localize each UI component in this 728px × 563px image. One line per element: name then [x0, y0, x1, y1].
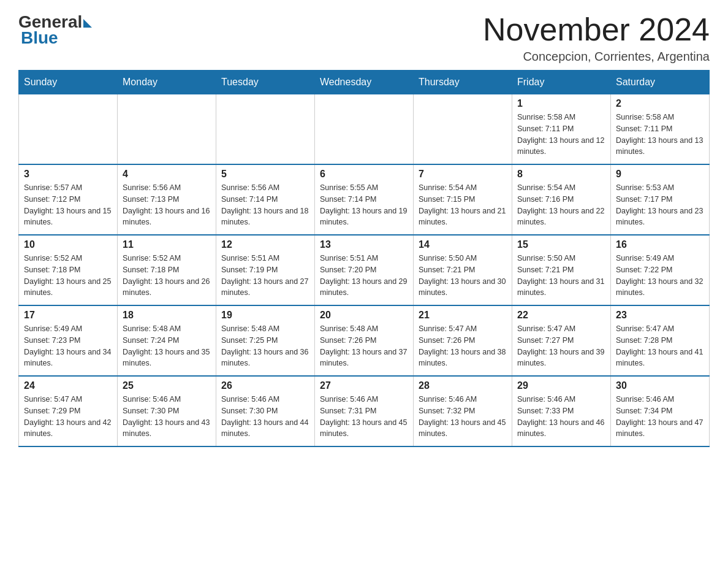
day-number: 3	[24, 169, 112, 180]
page-title: November 2024	[483, 12, 710, 47]
day-number: 17	[24, 310, 112, 321]
calendar-cell: 24Sunrise: 5:47 AMSunset: 7:29 PMDayligh…	[19, 376, 118, 446]
day-number: 29	[517, 380, 605, 391]
day-number: 9	[616, 169, 704, 180]
day-info: Sunrise: 5:56 AMSunset: 7:14 PMDaylight:…	[221, 182, 309, 228]
day-info: Sunrise: 5:49 AMSunset: 7:22 PMDaylight:…	[616, 253, 704, 299]
logo-arrow-icon	[83, 19, 92, 28]
day-number: 30	[616, 380, 704, 391]
day-number: 28	[419, 380, 507, 391]
day-info: Sunrise: 5:58 AMSunset: 7:11 PMDaylight:…	[517, 112, 605, 158]
day-number: 12	[221, 239, 309, 250]
day-number: 25	[123, 380, 211, 391]
calendar-cell: 27Sunrise: 5:46 AMSunset: 7:31 PMDayligh…	[315, 376, 414, 446]
weekday-header-monday: Monday	[118, 71, 216, 94]
day-number: 22	[517, 310, 605, 321]
day-info: Sunrise: 5:46 AMSunset: 7:30 PMDaylight:…	[221, 394, 309, 440]
calendar-cell	[216, 94, 315, 165]
day-info: Sunrise: 5:47 AMSunset: 7:28 PMDaylight:…	[616, 323, 704, 369]
calendar-body: 1Sunrise: 5:58 AMSunset: 7:11 PMDaylight…	[19, 94, 710, 447]
day-number: 6	[320, 169, 408, 180]
calendar-cell: 9Sunrise: 5:53 AMSunset: 7:17 PMDaylight…	[611, 164, 710, 235]
day-info: Sunrise: 5:51 AMSunset: 7:19 PMDaylight:…	[221, 253, 309, 299]
week-row-1: 1Sunrise: 5:58 AMSunset: 7:11 PMDaylight…	[19, 94, 710, 165]
week-row-4: 17Sunrise: 5:49 AMSunset: 7:23 PMDayligh…	[19, 305, 710, 376]
day-info: Sunrise: 5:47 AMSunset: 7:26 PMDaylight:…	[419, 323, 507, 369]
calendar-cell: 25Sunrise: 5:46 AMSunset: 7:30 PMDayligh…	[118, 376, 216, 446]
calendar-cell: 6Sunrise: 5:55 AMSunset: 7:14 PMDaylight…	[315, 164, 414, 235]
day-info: Sunrise: 5:50 AMSunset: 7:21 PMDaylight:…	[419, 253, 507, 299]
day-info: Sunrise: 5:55 AMSunset: 7:14 PMDaylight:…	[320, 182, 408, 228]
calendar-cell: 4Sunrise: 5:56 AMSunset: 7:13 PMDaylight…	[118, 164, 216, 235]
day-info: Sunrise: 5:47 AMSunset: 7:29 PMDaylight:…	[24, 394, 112, 440]
calendar-cell: 30Sunrise: 5:46 AMSunset: 7:34 PMDayligh…	[611, 376, 710, 446]
day-info: Sunrise: 5:54 AMSunset: 7:15 PMDaylight:…	[419, 182, 507, 228]
calendar-cell: 3Sunrise: 5:57 AMSunset: 7:12 PMDaylight…	[19, 164, 118, 235]
day-info: Sunrise: 5:47 AMSunset: 7:27 PMDaylight:…	[517, 323, 605, 369]
day-number: 8	[517, 169, 605, 180]
day-number: 11	[123, 239, 211, 250]
calendar-cell: 16Sunrise: 5:49 AMSunset: 7:22 PMDayligh…	[611, 235, 710, 305]
calendar-cell: 5Sunrise: 5:56 AMSunset: 7:14 PMDaylight…	[216, 164, 315, 235]
calendar-cell	[118, 94, 216, 165]
day-number: 2	[616, 98, 704, 109]
day-number: 4	[123, 169, 211, 180]
day-number: 20	[320, 310, 408, 321]
day-info: Sunrise: 5:56 AMSunset: 7:13 PMDaylight:…	[123, 182, 211, 228]
day-number: 7	[419, 169, 507, 180]
day-info: Sunrise: 5:54 AMSunset: 7:16 PMDaylight:…	[517, 182, 605, 228]
day-info: Sunrise: 5:52 AMSunset: 7:18 PMDaylight:…	[24, 253, 112, 299]
calendar-cell: 10Sunrise: 5:52 AMSunset: 7:18 PMDayligh…	[19, 235, 118, 305]
calendar-cell: 14Sunrise: 5:50 AMSunset: 7:21 PMDayligh…	[414, 235, 512, 305]
day-info: Sunrise: 5:46 AMSunset: 7:32 PMDaylight:…	[419, 394, 507, 440]
calendar-table: SundayMondayTuesdayWednesdayThursdayFrid…	[18, 70, 710, 447]
day-number: 1	[517, 98, 605, 109]
day-info: Sunrise: 5:49 AMSunset: 7:23 PMDaylight:…	[24, 323, 112, 369]
day-info: Sunrise: 5:46 AMSunset: 7:31 PMDaylight:…	[320, 394, 408, 440]
weekday-header-wednesday: Wednesday	[315, 71, 414, 94]
day-number: 15	[517, 239, 605, 250]
day-number: 26	[221, 380, 309, 391]
weekday-header-saturday: Saturday	[611, 71, 710, 94]
day-info: Sunrise: 5:48 AMSunset: 7:25 PMDaylight:…	[221, 323, 309, 369]
day-number: 18	[123, 310, 211, 321]
calendar-cell: 18Sunrise: 5:48 AMSunset: 7:24 PMDayligh…	[118, 305, 216, 376]
logo: General Blue	[18, 12, 92, 48]
week-row-5: 24Sunrise: 5:47 AMSunset: 7:29 PMDayligh…	[19, 376, 710, 446]
calendar-cell	[315, 94, 414, 165]
calendar-cell: 20Sunrise: 5:48 AMSunset: 7:26 PMDayligh…	[315, 305, 414, 376]
weekday-header-row: SundayMondayTuesdayWednesdayThursdayFrid…	[19, 71, 710, 94]
day-number: 24	[24, 380, 112, 391]
calendar-cell: 22Sunrise: 5:47 AMSunset: 7:27 PMDayligh…	[512, 305, 611, 376]
day-number: 23	[616, 310, 704, 321]
weekday-header-tuesday: Tuesday	[216, 71, 315, 94]
header: General Blue November 2024 Concepcion, C…	[18, 12, 710, 64]
calendar-cell: 19Sunrise: 5:48 AMSunset: 7:25 PMDayligh…	[216, 305, 315, 376]
calendar-cell: 12Sunrise: 5:51 AMSunset: 7:19 PMDayligh…	[216, 235, 315, 305]
day-number: 13	[320, 239, 408, 250]
weekday-header-thursday: Thursday	[414, 71, 512, 94]
logo-blue-text: Blue	[21, 28, 58, 48]
title-area: November 2024 Concepcion, Corrientes, Ar…	[483, 12, 710, 64]
calendar-cell: 8Sunrise: 5:54 AMSunset: 7:16 PMDaylight…	[512, 164, 611, 235]
day-info: Sunrise: 5:46 AMSunset: 7:34 PMDaylight:…	[616, 394, 704, 440]
calendar-cell: 21Sunrise: 5:47 AMSunset: 7:26 PMDayligh…	[414, 305, 512, 376]
calendar-cell: 17Sunrise: 5:49 AMSunset: 7:23 PMDayligh…	[19, 305, 118, 376]
day-info: Sunrise: 5:52 AMSunset: 7:18 PMDaylight:…	[123, 253, 211, 299]
day-number: 10	[24, 239, 112, 250]
calendar-cell: 23Sunrise: 5:47 AMSunset: 7:28 PMDayligh…	[611, 305, 710, 376]
day-info: Sunrise: 5:53 AMSunset: 7:17 PMDaylight:…	[616, 182, 704, 228]
day-number: 5	[221, 169, 309, 180]
page-subtitle: Concepcion, Corrientes, Argentina	[483, 50, 710, 64]
day-info: Sunrise: 5:46 AMSunset: 7:30 PMDaylight:…	[123, 394, 211, 440]
calendar-cell: 11Sunrise: 5:52 AMSunset: 7:18 PMDayligh…	[118, 235, 216, 305]
calendar-cell: 13Sunrise: 5:51 AMSunset: 7:20 PMDayligh…	[315, 235, 414, 305]
day-number: 19	[221, 310, 309, 321]
calendar-cell: 1Sunrise: 5:58 AMSunset: 7:11 PMDaylight…	[512, 94, 611, 165]
day-info: Sunrise: 5:57 AMSunset: 7:12 PMDaylight:…	[24, 182, 112, 228]
calendar-cell: 28Sunrise: 5:46 AMSunset: 7:32 PMDayligh…	[414, 376, 512, 446]
day-info: Sunrise: 5:58 AMSunset: 7:11 PMDaylight:…	[616, 112, 704, 158]
weekday-header-friday: Friday	[512, 71, 611, 94]
calendar-cell	[414, 94, 512, 165]
calendar-cell: 2Sunrise: 5:58 AMSunset: 7:11 PMDaylight…	[611, 94, 710, 165]
